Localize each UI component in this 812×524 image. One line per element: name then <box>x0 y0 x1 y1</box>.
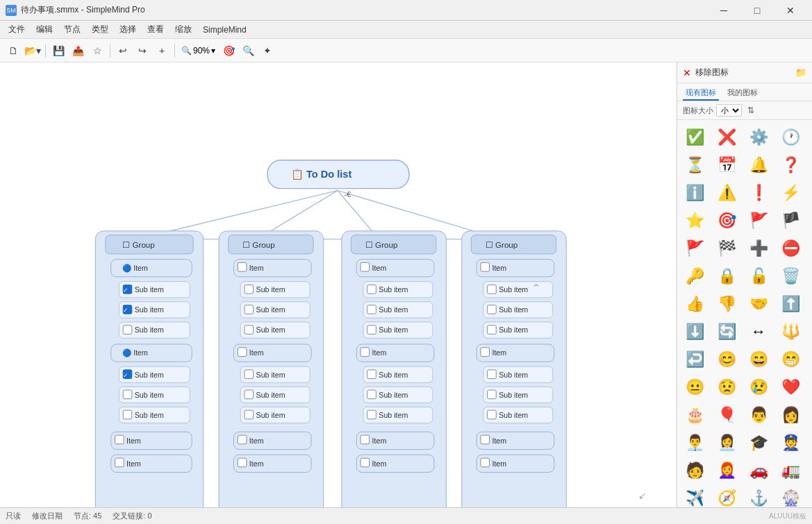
g3-sub1c-checkbox[interactable] <box>367 326 376 335</box>
style-button[interactable]: ✦ <box>258 42 276 60</box>
icon-info[interactable]: ℹ️ <box>681 180 708 206</box>
g3-item3-checkbox[interactable] <box>361 435 370 444</box>
icon-minus[interactable]: ⛔ <box>777 235 804 262</box>
close-button[interactable]: ✕ <box>774 0 806 21</box>
resize-handle[interactable]: ↙ <box>638 491 647 501</box>
search-button[interactable]: 🔍 <box>239 42 257 60</box>
icon-police[interactable]: 👮 <box>777 430 804 456</box>
icon-flag[interactable]: 🏴 <box>777 208 804 234</box>
icon-trash[interactable]: 🗑️ <box>777 263 804 289</box>
g4-sub1b-checkbox[interactable] <box>488 305 497 314</box>
icon-target[interactable]: 🎯 <box>713 208 740 234</box>
g1-sub2c-checkbox[interactable] <box>123 410 132 419</box>
g2-sub2b-checkbox[interactable] <box>245 390 254 399</box>
tab-my-icons[interactable]: 我的图标 <box>724 86 761 101</box>
icon-heart[interactable]: ❤️ <box>777 374 804 400</box>
icon-balloon[interactable]: 🎈 <box>713 402 740 428</box>
icon-thumbsup[interactable]: 👍 <box>681 291 708 317</box>
icon-refresh[interactable]: 🔄 <box>713 319 740 345</box>
icon-sad[interactable]: 😟 <box>713 374 740 400</box>
undo-button[interactable]: ↩ <box>114 42 132 60</box>
icon-car[interactable]: 🚗 <box>745 457 772 484</box>
icon-trident[interactable]: 🔱 <box>777 319 804 345</box>
g4-item3-checkbox[interactable] <box>481 435 490 444</box>
icon-graduate[interactable]: 🎓 <box>745 430 772 456</box>
icon-question[interactable]: ❓ <box>777 152 804 178</box>
menu-select[interactable]: 选择 <box>114 22 142 37</box>
menu-node[interactable]: 节点 <box>58 22 86 37</box>
icon-checkmark[interactable]: ✅ <box>681 124 708 151</box>
icon-green-flag[interactable]: 🚩 <box>745 208 772 234</box>
g2-sub2a-checkbox[interactable] <box>245 370 254 379</box>
icon-person1[interactable]: 👨 <box>745 402 772 428</box>
g2-sub2c-checkbox[interactable] <box>245 410 254 419</box>
icon-cross[interactable]: ❌ <box>713 124 740 151</box>
g4-sub2a-checkbox[interactable] <box>488 370 497 379</box>
icon-person2[interactable]: 👩 <box>777 402 804 428</box>
zoom-dropdown-arrow[interactable]: ▾ <box>211 46 215 56</box>
icon-grin[interactable]: 😁 <box>777 346 804 373</box>
menu-file[interactable]: 文件 <box>3 22 31 37</box>
icon-hourglass[interactable]: ⏳ <box>681 152 708 178</box>
g3-item1-checkbox[interactable] <box>361 262 370 271</box>
save-button[interactable]: 💾 <box>49 42 67 60</box>
menu-view[interactable]: 查看 <box>142 22 169 37</box>
icon-download[interactable]: ⬇️ <box>681 319 708 345</box>
panel-collapse[interactable]: ‹ <box>533 283 540 287</box>
icon-plane[interactable]: ✈️ <box>681 485 708 507</box>
g2-item4-checkbox[interactable] <box>238 458 247 467</box>
icon-lightning[interactable]: ⚡ <box>777 180 804 206</box>
g4-item4-checkbox[interactable] <box>481 458 490 467</box>
remove-icon-close[interactable]: ✕ <box>683 67 691 78</box>
target-button[interactable]: 🎯 <box>219 42 238 60</box>
icon-cry[interactable]: 😢 <box>745 374 772 400</box>
icon-size-select[interactable]: 小 中 大 <box>716 104 742 117</box>
g1-item4-checkbox[interactable] <box>115 458 124 467</box>
g4-item1-checkbox[interactable] <box>481 262 490 271</box>
g2-item3-checkbox[interactable] <box>238 435 247 444</box>
g1-sub2b-checkbox[interactable] <box>123 390 132 399</box>
g3-sub2c-checkbox[interactable] <box>367 410 376 419</box>
redo-button[interactable]: ↪ <box>133 42 151 60</box>
icon-plus[interactable]: ➕ <box>745 235 772 262</box>
icon-unlock[interactable]: 🔓 <box>745 263 772 289</box>
icon-anchor[interactable]: ⚓ <box>745 485 772 507</box>
icon-handshake[interactable]: 🤝 <box>745 291 772 317</box>
g2-sub1b-checkbox[interactable] <box>245 305 254 314</box>
icon-warning[interactable]: ⚠️ <box>713 180 740 206</box>
g3-sub2b-checkbox[interactable] <box>367 390 376 399</box>
g4-sub1c-checkbox[interactable] <box>488 326 497 335</box>
favorite-button[interactable]: ☆ <box>88 42 106 60</box>
g2-sub1c-checkbox[interactable] <box>245 326 254 335</box>
minimize-button[interactable]: ─ <box>708 0 740 21</box>
menu-zoom[interactable]: 缩放 <box>169 22 197 37</box>
icon-exclamation[interactable]: ❗ <box>745 180 772 206</box>
g3-sub1a-checkbox[interactable] <box>367 285 376 294</box>
add-button[interactable]: + <box>153 42 171 60</box>
g3-sub1b-checkbox[interactable] <box>367 305 376 314</box>
icon-arrows[interactable]: ↔️ <box>745 319 772 345</box>
icon-smile[interactable]: 😊 <box>713 346 740 373</box>
icon-checkered-flag[interactable]: 🏁 <box>713 235 740 262</box>
g4-sub2b-checkbox[interactable] <box>488 390 497 399</box>
icon-gear[interactable]: ⚙️ <box>745 124 772 151</box>
icon-neutral[interactable]: 😐 <box>681 374 708 400</box>
tab-existing-icons[interactable]: 现有图标 <box>683 86 719 101</box>
icon-clock[interactable]: 🕐 <box>777 124 804 151</box>
icon-lock[interactable]: 🔒 <box>713 263 740 289</box>
g2-item1-checkbox[interactable] <box>238 262 247 271</box>
icon-upload[interactable]: ⬆️ <box>777 291 804 317</box>
icon-laugh[interactable]: 😄 <box>745 346 772 373</box>
icon-compass[interactable]: 🧭 <box>713 485 740 507</box>
g4-sub2c-checkbox[interactable] <box>488 410 497 419</box>
folder-icon[interactable]: 📁 <box>795 67 806 78</box>
g3-sub2a-checkbox[interactable] <box>367 370 376 379</box>
g2-item2-checkbox[interactable] <box>238 348 247 357</box>
menu-edit[interactable]: 编辑 <box>31 22 58 37</box>
g2-sub1a-checkbox[interactable] <box>245 285 254 294</box>
icon-business-woman[interactable]: 👩‍💼 <box>713 430 740 456</box>
menu-simplemind[interactable]: SimpleMind <box>197 24 252 36</box>
icon-person4[interactable]: 👩‍🦰 <box>713 457 740 484</box>
icon-person3[interactable]: 🧑 <box>681 457 708 484</box>
open-dropdown[interactable]: 📂▾ <box>24 42 42 60</box>
